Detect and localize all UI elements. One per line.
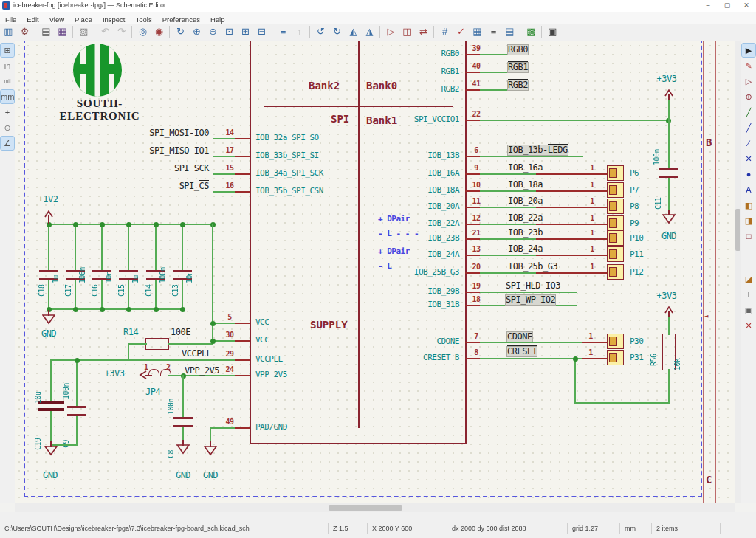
wire[interactable] — [480, 238, 536, 240]
hierarchical-label-button[interactable]: ◨ — [742, 214, 755, 227]
connector-pin-line[interactable] — [536, 173, 607, 175]
pin-stub[interactable] — [465, 255, 480, 256]
place-text-button[interactable]: T — [742, 288, 755, 301]
chip-outline-left[interactable] — [250, 41, 251, 443]
bus-wire-entry-button[interactable]: ∕ — [742, 137, 755, 150]
rotate-ccw-button[interactable]: ↺ — [313, 24, 329, 39]
net-label-button[interactable]: A — [742, 183, 755, 196]
place-symbol-button[interactable]: ▷ — [742, 75, 755, 88]
pin-stub[interactable] — [465, 272, 480, 274]
pin-stub[interactable] — [235, 340, 250, 342]
draw-bus-button[interactable]: ╱ — [742, 121, 755, 134]
wire[interactable] — [480, 120, 668, 121]
wire[interactable] — [128, 343, 147, 345]
net-label[interactable]: RGB0 — [508, 45, 528, 55]
net-label[interactable]: IOB_18a — [508, 180, 543, 190]
wire[interactable] — [155, 224, 157, 270]
wire[interactable] — [101, 224, 103, 270]
draw-wire-button[interactable]: ╱ — [742, 106, 755, 119]
wire[interactable] — [213, 138, 235, 139]
connector-pin-line[interactable] — [536, 255, 607, 256]
pin-stub[interactable] — [465, 173, 480, 175]
net-label[interactable]: RGB1 — [508, 63, 528, 72]
symbol-editor-button[interactable]: ▷ — [383, 24, 399, 39]
wire[interactable] — [480, 207, 536, 208]
global-label-button[interactable]: ◧ — [742, 199, 755, 212]
annotate-button[interactable]: # — [437, 24, 453, 39]
vertical-scrollbar[interactable] — [735, 41, 741, 503]
pin-stub[interactable] — [235, 427, 250, 429]
wire[interactable] — [101, 280, 103, 308]
wire[interactable] — [668, 369, 670, 404]
connector-pin-cell[interactable] — [607, 215, 624, 231]
wire[interactable] — [668, 317, 670, 335]
net-label[interactable]: CRESET — [507, 347, 537, 356]
pin-stub[interactable] — [465, 54, 480, 55]
wire[interactable] — [76, 359, 78, 406]
pin-stub[interactable] — [235, 323, 250, 324]
wire[interactable] — [75, 280, 76, 308]
toggle-grid-button[interactable]: ⊞ — [1, 44, 14, 57]
pin-stub[interactable] — [465, 72, 480, 73]
pin-stub[interactable] — [235, 375, 250, 376]
chip-outline-bottom[interactable] — [250, 443, 467, 444]
connector-pin-line[interactable] — [536, 224, 607, 225]
rotate-cw-button[interactable]: ↻ — [329, 24, 345, 39]
chip-outline-right[interactable] — [465, 41, 467, 443]
units-inches-button[interactable]: in — [1, 59, 14, 72]
connector-pin-line[interactable] — [536, 272, 607, 274]
edit-netlist-button[interactable]: ≡ — [486, 24, 501, 39]
pin-stub[interactable] — [235, 138, 250, 139]
maximize-button[interactable]: ▢ — [719, 1, 735, 10]
connector-pin-line[interactable] — [582, 358, 607, 359]
connector-pin-cell[interactable] — [607, 350, 624, 365]
wire[interactable] — [480, 224, 536, 225]
wire[interactable] — [480, 72, 508, 73]
wire[interactable] — [480, 255, 536, 256]
wire[interactable] — [213, 191, 235, 193]
wire[interactable] — [50, 411, 52, 444]
wire[interactable] — [480, 342, 582, 343]
connector-pin-cell[interactable] — [607, 165, 624, 181]
net-label[interactable]: SPI_SCK — [107, 164, 209, 173]
zoom-in-button[interactable]: ⊕ — [189, 24, 205, 39]
net-label[interactable]: IOB_16a — [508, 163, 543, 173]
wire[interactable] — [213, 173, 235, 175]
horizontal-scrollbar-thumb[interactable] — [329, 505, 402, 511]
pin-stub[interactable] — [465, 156, 480, 157]
menu-place[interactable]: Place — [69, 14, 97, 24]
connector-pin-line[interactable] — [582, 342, 607, 343]
wire[interactable] — [75, 224, 76, 270]
navigate-hierarchy-button[interactable]: ≡ — [275, 24, 291, 39]
wire[interactable] — [480, 358, 582, 359]
leave-sheet-button[interactable]: ↑ — [292, 24, 307, 39]
wire[interactable] — [213, 156, 235, 157]
menu-help[interactable]: Help — [205, 14, 230, 24]
menu-preferences[interactable]: Preferences — [157, 14, 205, 24]
net-label[interactable]: IOB_25b_G3 — [508, 262, 557, 272]
capacitor-plate[interactable] — [173, 417, 193, 419]
wire[interactable] — [480, 156, 583, 157]
net-label[interactable]: IOB_23b — [508, 228, 543, 238]
generate-bom-button[interactable]: ▤ — [502, 24, 518, 39]
net-label[interactable]: IOB_24a — [508, 244, 543, 254]
connector-pin-line[interactable] — [536, 238, 607, 240]
show-hidden-pins-button[interactable]: ⊙ — [1, 121, 14, 134]
wire[interactable] — [668, 178, 670, 213]
wire[interactable] — [128, 224, 129, 270]
net-label[interactable]: IOB_13b-LEDG — [508, 145, 568, 155]
zoom-fit-button[interactable]: ⊡ — [221, 24, 237, 39]
undo-button[interactable]: ↶ — [97, 24, 113, 39]
wire[interactable] — [128, 343, 129, 361]
symbol-browser-button[interactable]: ◫ — [399, 24, 415, 39]
wire[interactable] — [574, 358, 576, 404]
wire[interactable] — [480, 272, 536, 274]
net-label[interactable]: CDONE — [507, 332, 532, 342]
pin-stub[interactable] — [465, 190, 480, 192]
delete-tool-button[interactable]: ✕ — [742, 319, 755, 332]
wire[interactable] — [168, 343, 212, 345]
dpair-annotation[interactable]: - L — [378, 262, 391, 271]
mirror-vertical-button[interactable]: ◭ — [346, 24, 361, 39]
zoom-objects-button[interactable]: ⊞ — [238, 24, 253, 39]
wire[interactable] — [128, 280, 129, 308]
